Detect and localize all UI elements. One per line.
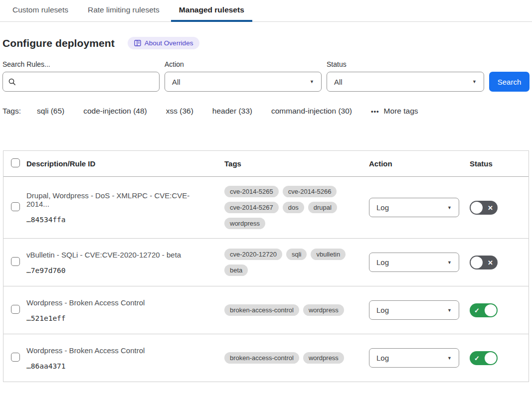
tag-filter-code-injection[interactable]: code-injection (48) [83,107,147,116]
row-checkbox[interactable] [11,305,20,314]
chevron-down-icon: ▼ [447,308,452,313]
table-header-row: Description/Rule ID Tags Action Status [3,151,529,177]
column-header-description: Description/Rule ID [26,159,224,168]
action-filter-label: Action [165,60,322,68]
action-filter-select[interactable]: All ▼ [165,72,322,92]
search-icon [8,78,16,86]
tag-filter-command-injection[interactable]: command-injection (30) [271,107,352,116]
table-row: Wordpress - Broken Access Control …86aa4… [3,334,529,382]
rule-tag-pill: wordpress [224,218,265,229]
more-tags-label: More tags [384,107,418,116]
rule-tags: cve-2014-5265cve-2014-5266cve-2014-5267d… [224,186,369,229]
row-action-value: Log [376,258,389,266]
rules-table: Description/Rule ID Tags Action Status D… [3,150,529,382]
search-button[interactable]: Search [489,72,530,92]
about-overrides-label: About Overrides [145,39,193,47]
rule-tag-pill: cve-2020-12720 [224,249,282,260]
chevron-down-icon: ▼ [447,260,452,265]
action-filter-value: All [172,78,180,86]
rule-tags: cve-2020-12720sqlivbulletinbeta [224,249,369,276]
rule-tags: broken-access-controlwordpress [224,304,369,316]
table-body: Drupal, Wordpress - DoS - XMLRPC - CVE:C… [3,177,529,382]
table-row: Drupal, Wordpress - DoS - XMLRPC - CVE:C… [3,177,529,239]
x-icon: ✕ [488,204,493,211]
row-action-select[interactable]: Log ▼ [369,198,459,217]
tag-filter-header[interactable]: header (33) [212,107,252,116]
tab-rate-limiting-rulesets[interactable]: Rate limiting rulesets [80,0,168,22]
row-action-select[interactable]: Log ▼ [369,253,459,272]
rule-id: …86aa4371 [26,362,212,370]
rule-tag-pill: vbulletin [311,249,346,260]
rule-tag-pill: broken-access-control [224,352,299,364]
about-overrides-link[interactable]: About Overrides [128,37,200,49]
status-toggle[interactable]: ✓ [470,303,498,317]
rule-description: Drupal, Wordpress - DoS - XMLRPC - CVE:C… [26,191,212,208]
column-header-action: Action [369,159,470,168]
search-rules-box [2,72,160,92]
chevron-down-icon: ▼ [472,79,477,84]
rule-tags: broken-access-controlwordpress [224,352,369,364]
tag-filter-xss[interactable]: xss (36) [166,107,193,116]
tags-bar-label: Tags: [2,107,21,116]
row-action-select[interactable]: Log ▼ [369,300,459,320]
rule-tag-pill: cve-2014-5265 [224,186,279,197]
page-header: Configure deployment About Overrides [2,37,532,49]
ruleset-tabbar: Custom rulesets Rate limiting rulesets M… [0,0,532,22]
tab-custom-rulesets[interactable]: Custom rulesets [4,0,76,22]
rule-tag-pill: broken-access-control [224,304,299,316]
rule-tag-pill: dos [283,202,304,213]
x-icon: ✕ [488,259,493,266]
check-icon: ✓ [474,306,480,314]
status-filter-value: All [334,78,343,86]
rule-description: Wordpress - Broken Access Control [26,298,212,307]
toggle-knob [471,202,483,214]
table-row: vBulletin - SQLi - CVE:CVE-2020-12720 - … [3,239,529,286]
rule-id: …521e1eff [26,314,212,322]
rule-description: vBulletin - SQLi - CVE:CVE-2020-12720 - … [26,251,212,259]
row-checkbox[interactable] [11,353,20,362]
toggle-knob [471,257,483,268]
chevron-down-icon: ▼ [310,79,314,84]
row-action-value: Log [376,306,389,314]
tags-bar: Tags: sqli (65) code-injection (48) xss … [2,107,530,116]
status-filter-label: Status [327,60,484,68]
rule-tag-pill: cve-2014-5267 [224,202,279,213]
column-header-status: Status [470,159,529,168]
toggle-knob [485,352,497,364]
tag-filter-sqli[interactable]: sqli (65) [37,107,64,116]
row-action-select[interactable]: Log ▼ [369,348,459,368]
check-icon: ✓ [474,354,480,362]
column-header-tags: Tags [224,159,369,168]
filter-bar: Search Rules... Action All ▼ Status All … [2,60,530,92]
tab-managed-rulesets[interactable]: Managed rulesets [171,0,252,22]
rule-tag-pill: cve-2014-5266 [283,186,337,197]
rule-tag-pill: drupal [308,202,337,213]
table-row: Wordpress - Broken Access Control …521e1… [3,286,529,334]
chevron-down-icon: ▼ [447,356,452,361]
row-action-value: Log [376,354,389,362]
rule-description: Wordpress - Broken Access Control [26,346,212,355]
rule-tag-pill: wordpress [303,304,344,316]
status-toggle[interactable]: ✕ [470,256,498,269]
search-rules-label: Search Rules... [2,60,160,68]
ellipsis-icon: ••• [371,108,379,115]
rule-tag-pill: wordpress [303,352,344,364]
rule-id: …7e97d760 [26,266,212,274]
row-checkbox[interactable] [11,202,20,211]
page-title: Configure deployment [2,37,115,49]
rule-tag-pill: beta [224,264,248,276]
toggle-knob [485,304,497,316]
status-filter-select[interactable]: All ▼ [327,72,484,92]
row-action-value: Log [376,203,389,212]
status-toggle[interactable]: ✓ [470,351,498,365]
select-all-checkbox[interactable] [11,158,20,167]
more-tags-button[interactable]: ••• More tags [371,107,418,116]
status-toggle[interactable]: ✕ [470,201,498,215]
book-icon [134,40,141,46]
chevron-down-icon: ▼ [447,205,452,210]
search-rules-input[interactable] [20,78,154,86]
rule-tag-pill: sqli [286,249,307,260]
rule-id: …84534ffa [26,216,212,224]
row-checkbox[interactable] [11,257,20,266]
